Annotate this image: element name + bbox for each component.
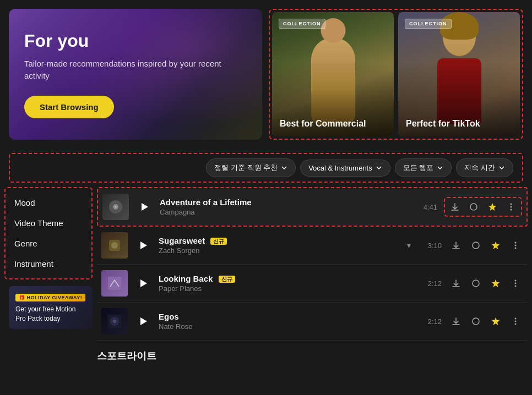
- download-icon: [452, 279, 460, 288]
- svg-point-10: [111, 242, 118, 249]
- filter-duration[interactable]: 지속 시간: [456, 158, 513, 177]
- holiday-banner[interactable]: 🎁 HOLIDAY GIVEAWAY! Get your free Motion…: [9, 286, 93, 329]
- svg-point-15: [515, 245, 517, 246]
- filter-tempo[interactable]: 모든 템포: [395, 158, 452, 177]
- track-artist: Nate Rose: [159, 322, 415, 331]
- spotlight-title: 스포트라이트: [97, 349, 528, 363]
- star-icon: [488, 202, 497, 211]
- collection-area: COLLECTION Best for Commercial COLLECTIO…: [269, 9, 523, 140]
- svg-point-14: [515, 242, 517, 244]
- sidebar-item-mood[interactable]: Mood: [14, 193, 83, 213]
- license-button[interactable]: [468, 276, 484, 291]
- circle-icon: [469, 202, 478, 211]
- music-icon: [108, 199, 123, 215]
- spotlight-section: 스포트라이트: [0, 341, 532, 367]
- filter-sort[interactable]: 정렬 기준 직원 추천: [206, 158, 296, 177]
- collection-card-tiktok[interactable]: COLLECTION Perfect for TikTok: [398, 12, 520, 136]
- svg-point-28: [473, 318, 479, 325]
- svg-marker-20: [492, 279, 500, 287]
- expand-button[interactable]: ▾: [403, 239, 415, 252]
- collection-title-2: Perfect for TikTok: [406, 119, 480, 129]
- download-button[interactable]: [448, 238, 464, 253]
- start-browsing-button[interactable]: Start Browsing: [24, 96, 114, 118]
- svg-marker-29: [492, 317, 500, 325]
- more-icon: [511, 241, 520, 250]
- license-button[interactable]: [468, 314, 484, 329]
- collection-title-1: Best for Commercial: [280, 119, 366, 129]
- chevron-down-icon: [281, 164, 287, 171]
- top-section: For you Tailor-made recommendations insp…: [0, 0, 532, 149]
- svg-marker-18: [140, 279, 147, 287]
- download-button[interactable]: [448, 276, 464, 291]
- track-thumbnail: [102, 194, 129, 220]
- main-content: Mood Video Theme Genre Instrument 🎁 HOLI…: [0, 187, 532, 341]
- sidebar-item-instrument[interactable]: Instrument: [14, 254, 83, 274]
- download-icon: [452, 241, 460, 250]
- more-icon: [511, 279, 520, 288]
- svg-point-22: [515, 283, 517, 284]
- svg-marker-3: [142, 203, 148, 211]
- svg-point-30: [515, 318, 517, 320]
- svg-rect-17: [108, 277, 121, 290]
- track-title: Adventure of a Lifetime: [160, 198, 411, 207]
- more-icon: [511, 317, 520, 326]
- track-thumbnail: [101, 232, 128, 259]
- collection-card-commercial[interactable]: COLLECTION Best for Commercial: [272, 12, 394, 136]
- more-button[interactable]: [508, 314, 523, 329]
- hero-description: Tailor-made recommendations inspired by …: [24, 58, 247, 83]
- play-button[interactable]: [134, 275, 152, 292]
- play-button[interactable]: [134, 312, 152, 330]
- sidebar: Mood Video Theme Genre Instrument: [4, 187, 93, 279]
- more-icon: [507, 202, 515, 211]
- track-duration: 2:12: [422, 279, 442, 288]
- favorite-button[interactable]: [488, 238, 503, 253]
- track-thumbnail: [101, 308, 128, 334]
- track-list: Adventure of a Lifetime Campagna 4:41: [97, 187, 528, 341]
- circle-icon: [471, 279, 480, 288]
- music-icon: [107, 314, 122, 329]
- svg-point-31: [515, 321, 517, 322]
- play-button[interactable]: [135, 198, 153, 216]
- svg-point-6: [511, 204, 512, 205]
- track-title: Egos: [159, 312, 415, 321]
- more-button[interactable]: [503, 199, 519, 215]
- svg-point-2: [115, 206, 117, 208]
- license-button[interactable]: [466, 199, 481, 215]
- svg-point-19: [473, 280, 479, 287]
- more-button[interactable]: [508, 276, 523, 291]
- play-icon: [138, 278, 148, 288]
- play-button[interactable]: [134, 237, 152, 254]
- star-icon: [491, 279, 500, 288]
- filter-vocal[interactable]: Vocal & Instruments: [300, 160, 390, 177]
- track-title: Sugarsweet 신규: [159, 236, 396, 245]
- sidebar-item-video-theme[interactable]: Video Theme: [14, 213, 83, 233]
- filter-bar: 정렬 기준 직원 추천 Vocal & Instruments 모든 템포 지속…: [9, 153, 523, 183]
- license-button[interactable]: [468, 238, 484, 253]
- download-button[interactable]: [448, 314, 464, 329]
- track-info: Looking Back 신규 Paper Planes: [159, 274, 415, 293]
- svg-point-26: [113, 320, 116, 323]
- svg-point-8: [511, 209, 512, 211]
- more-button[interactable]: [508, 238, 523, 253]
- sidebar-item-genre[interactable]: Genre: [14, 233, 83, 254]
- track-actions: [448, 238, 523, 253]
- chevron-down-icon: [498, 164, 505, 171]
- track-duration: 4:41: [417, 203, 437, 211]
- collection-badge-1: COLLECTION: [279, 19, 325, 29]
- svg-point-12: [473, 242, 479, 249]
- svg-marker-13: [492, 242, 500, 249]
- download-icon: [452, 317, 460, 326]
- track-title: Looking Back 신규: [159, 274, 415, 283]
- track-artist: Paper Planes: [159, 284, 415, 293]
- download-button[interactable]: [447, 199, 463, 215]
- favorite-button[interactable]: [485, 199, 500, 215]
- svg-marker-11: [140, 242, 147, 249]
- collection-badge-2: COLLECTION: [405, 19, 452, 29]
- holiday-tag: 🎁 HOLIDAY GIVEAWAY!: [15, 294, 85, 301]
- favorite-button[interactable]: [488, 314, 503, 329]
- track-actions: [448, 314, 523, 329]
- track-duration: 3:10: [422, 242, 442, 250]
- favorite-button[interactable]: [488, 276, 503, 291]
- track-artist: Zach Sorgen: [159, 246, 396, 255]
- svg-point-4: [470, 204, 477, 210]
